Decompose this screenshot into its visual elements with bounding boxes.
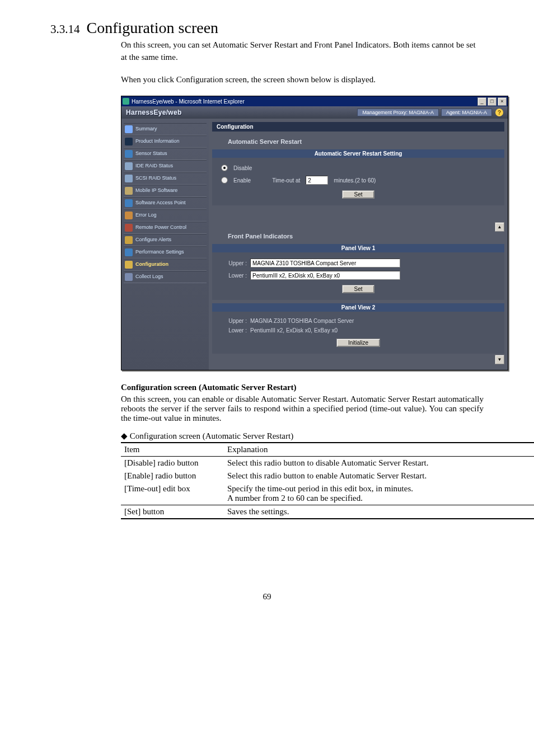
section-heading: 3.3.14 Configuration screen — [50, 19, 484, 37]
pv2-upper-label: Upper : — [221, 318, 247, 324]
pv1-upper-input[interactable] — [250, 259, 400, 267]
sidebar-item-label: Configuration — [135, 262, 168, 267]
sidebar-item-label: IDE RAID Status — [135, 163, 173, 169]
asr-set-button[interactable]: Set — [342, 190, 374, 199]
table-row: [Set] buttonSaves the settings. — [121, 505, 534, 519]
panel-view-2-title: Panel View 2 — [212, 303, 504, 312]
timeout-input[interactable] — [306, 176, 328, 185]
panel-view-1-body: Upper : Lower : Set — [212, 252, 504, 300]
intro-paragraph-2: When you click Configuration screen, the… — [121, 74, 484, 86]
sidebar-item[interactable]: SCSI RAID Status — [124, 172, 207, 185]
cell-item: [Set] button — [121, 505, 224, 519]
asr-panel-title: Automatic Server Restart Setting — [212, 149, 504, 158]
cell-explanation: Select this radio button to enable Autom… — [224, 469, 534, 482]
sidebar-item[interactable]: Performance Settings — [124, 246, 207, 259]
cell-explanation: Specify the time-out period in this edit… — [224, 482, 534, 505]
sidebar-item[interactable]: Configuration — [124, 259, 207, 271]
fpi-heading: Front Panel Indicators — [228, 233, 504, 240]
minimize-button[interactable]: _ — [477, 97, 486, 106]
section-number: 3.3.14 — [50, 22, 80, 36]
sidebar-item-icon — [125, 261, 133, 269]
intro-paragraph-1: On this screen, you can set Automatic Se… — [121, 39, 484, 64]
cell-item: [Disable] radio button — [121, 457, 224, 470]
agent-label: Agent: MAGNIA-A — [441, 109, 492, 116]
help-icon[interactable]: ? — [495, 109, 503, 116]
brand-logo-text: HarnessEye/web — [126, 109, 182, 116]
pv2-upper-text: MAGNIA Z310 TOSHIBA Compact Server — [250, 318, 354, 324]
enable-radio[interactable] — [221, 177, 228, 184]
panel-view-2-body: Upper : MAGNIA Z310 TOSHIBA Compact Serv… — [212, 312, 504, 354]
sidebar-item[interactable]: Product Information — [124, 135, 207, 148]
pv1-lower-label: Lower : — [221, 273, 247, 279]
panel-view-1-title: Panel View 1 — [212, 244, 504, 252]
sidebar-item[interactable]: Mobile IP Software — [124, 185, 207, 197]
sidebar-item-label: Configure Alerts — [135, 237, 171, 243]
timeout-label: Time-out at — [272, 177, 300, 184]
window-titlebar: HarnessEye/web - Microsoft Internet Expl… — [121, 96, 508, 106]
table-row: [Disable] radio buttonSelect this radio … — [121, 457, 534, 470]
sidebar-item[interactable]: IDE RAID Status — [124, 160, 207, 172]
disable-radio[interactable] — [221, 165, 228, 171]
sidebar-item-label: Software Access Point — [135, 200, 186, 206]
asr-heading: Automatic Server Restart — [228, 138, 504, 145]
sidebar-item-icon — [125, 162, 133, 170]
pv1-set-button[interactable]: Set — [342, 285, 374, 293]
section-title: Configuration screen — [87, 19, 219, 37]
close-button[interactable]: × — [498, 97, 507, 106]
sidebar-item-label: SCSI RAID Status — [135, 176, 176, 181]
pv2-initialize-button[interactable]: Initialize — [336, 339, 380, 347]
sidebar-item-label: Performance Settings — [135, 250, 184, 255]
pv2-lower-text: PentiumIII x2, ExDisk x0, ExBay x0 — [250, 327, 338, 334]
th-explanation: Explanation — [224, 443, 534, 457]
enable-radio-label: Enable — [233, 177, 251, 184]
after-title: Configuration screen (Automatic Server R… — [121, 383, 484, 392]
panel-section-title: Configuration — [212, 122, 504, 132]
scroll-up-icon[interactable]: ▲ — [495, 222, 504, 232]
sidebar-item-label: Remote Power Control — [135, 225, 186, 231]
management-proxy-label: Management Proxy: MAGNIA-A — [357, 109, 439, 116]
sidebar-item[interactable]: Software Access Point — [124, 197, 207, 209]
disable-radio-label: Disable — [233, 165, 252, 171]
sidebar-item[interactable]: Sensor Status — [124, 148, 207, 160]
scroll-down-icon[interactable]: ▼ — [495, 355, 504, 364]
sidebar-item[interactable]: Summary — [124, 123, 207, 135]
table-row: [Enable] radio buttonSelect this radio b… — [121, 469, 534, 482]
cell-explanation: Saves the settings. — [224, 505, 534, 519]
pv1-lower-input[interactable] — [250, 271, 400, 280]
main-panel: Configuration Automatic Server Restart A… — [209, 119, 508, 370]
sidebar-item-label: Mobile IP Software — [135, 188, 177, 194]
sidebar-item-label: Sensor Status — [135, 151, 167, 157]
sidebar-item-label: Error Log — [135, 213, 157, 218]
screenshot-window: HarnessEye/web - Microsoft Internet Expl… — [121, 96, 508, 370]
sidebar-item[interactable]: Collect Logs — [124, 271, 207, 283]
th-item: Item — [121, 443, 224, 457]
sidebar-item[interactable]: Configure Alerts — [124, 234, 207, 246]
sidebar-item-label: Summary — [135, 126, 157, 132]
explanation-table: Item Explanation [Disable] radio buttonS… — [121, 442, 534, 519]
cell-item: [Enable] radio button — [121, 469, 224, 482]
brand-bar: HarnessEye/web Management Proxy: MAGNIA-… — [121, 106, 508, 119]
timeout-unit: minutes.(2 to 60) — [334, 177, 376, 184]
sidebar-item-icon — [125, 125, 133, 133]
table-caption: ◆ Configuration screen (Automatic Server… — [121, 431, 484, 441]
sidebar-item-icon — [125, 212, 133, 219]
window-title: HarnessEye/web - Microsoft Internet Expl… — [132, 98, 245, 105]
sidebar-item-label: Collect Logs — [135, 274, 163, 280]
asr-panel-body: Disable Enable Time-out at minutes.(2 to… — [212, 158, 504, 205]
after-paragraph: On this screen, you can enable or disabl… — [121, 395, 484, 423]
sidebar-item-icon — [125, 273, 133, 281]
sidebar-item[interactable]: Remote Power Control — [124, 222, 207, 234]
maximize-button[interactable]: □ — [488, 97, 496, 106]
sidebar-item-label: Product Information — [135, 139, 180, 144]
table-row: [Time-out] edit boxSpecify the time-out … — [121, 482, 534, 505]
sidebar-item-icon — [125, 236, 133, 244]
sidebar-item[interactable]: Error Log — [124, 209, 207, 222]
cell-explanation: Select this radio button to disable Auto… — [224, 457, 534, 470]
sidebar-item-icon — [125, 248, 133, 256]
ie-icon — [123, 98, 129, 105]
sidebar-item-icon — [125, 187, 133, 195]
sidebar-item-icon — [125, 150, 133, 158]
sidebar-item-icon — [125, 175, 133, 182]
sidebar: SummaryProduct InformationSensor StatusI… — [121, 119, 209, 370]
cell-item: [Time-out] edit box — [121, 482, 224, 505]
